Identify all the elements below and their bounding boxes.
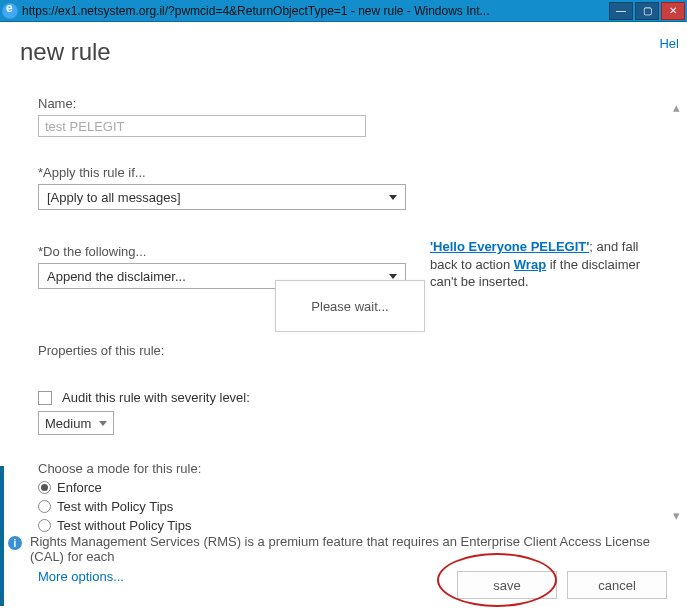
radio-test-no-tips[interactable] [38,519,51,532]
apply-if-label: *Apply this rule if... [38,165,430,180]
disclaimer-text-link[interactable]: 'Hello Everyone PELEGIT' [430,239,589,254]
do-following-label: *Do the following... [38,244,430,259]
wrap-link[interactable]: Wrap [514,257,546,272]
name-input[interactable] [38,115,366,137]
ie-icon [2,3,18,19]
side-separator [0,466,4,606]
info-text: Rights Management Services (RMS) is a pr… [30,534,675,564]
audit-label: Audit this rule with severity level: [62,390,250,405]
maximize-button[interactable]: ▢ [635,2,659,20]
properties-label: Properties of this rule: [38,343,430,358]
apply-if-selected: [Apply to all messages] [47,190,181,205]
scroll-up-icon[interactable]: ▴ [673,100,683,110]
radio-test-no-tips-label: Test without Policy Tips [57,518,191,533]
disclaimer-summary: 'Hello Everyone PELEGIT'; and fall back … [430,238,660,291]
severity-selected: Medium [45,416,91,431]
chevron-down-icon [99,421,107,426]
audit-checkbox[interactable] [38,391,52,405]
chevron-down-icon [389,195,397,200]
severity-select[interactable]: Medium [38,411,114,435]
info-bar: i Rights Management Services (RMS) is a … [8,534,675,564]
minimize-button[interactable]: — [609,2,633,20]
radio-test-tips[interactable] [38,500,51,513]
radio-test-tips-label: Test with Policy Tips [57,499,173,514]
do-following-selected: Append the disclaimer... [47,269,186,284]
save-button[interactable]: save [457,571,557,599]
cancel-button[interactable]: cancel [567,571,667,599]
close-button[interactable]: ✕ [661,2,685,20]
chevron-down-icon [389,274,397,279]
radio-enforce[interactable] [38,481,51,494]
apply-if-select[interactable]: [Apply to all messages] [38,184,406,210]
help-link[interactable]: Hel [659,36,679,51]
scroll-down-icon[interactable]: ▾ [673,508,683,518]
loading-text: Please wait... [311,299,388,314]
mode-label: Choose a mode for this rule: [38,461,430,476]
name-label: Name: [38,96,430,111]
info-icon: i [8,536,22,550]
page-title: new rule [20,38,667,66]
window-titlebar: https://ex1.netsystem.org.il/?pwmcid=4&R… [0,0,687,22]
window-title: https://ex1.netsystem.org.il/?pwmcid=4&R… [22,4,609,18]
loading-overlay: Please wait... [275,280,425,332]
radio-enforce-label: Enforce [57,480,102,495]
